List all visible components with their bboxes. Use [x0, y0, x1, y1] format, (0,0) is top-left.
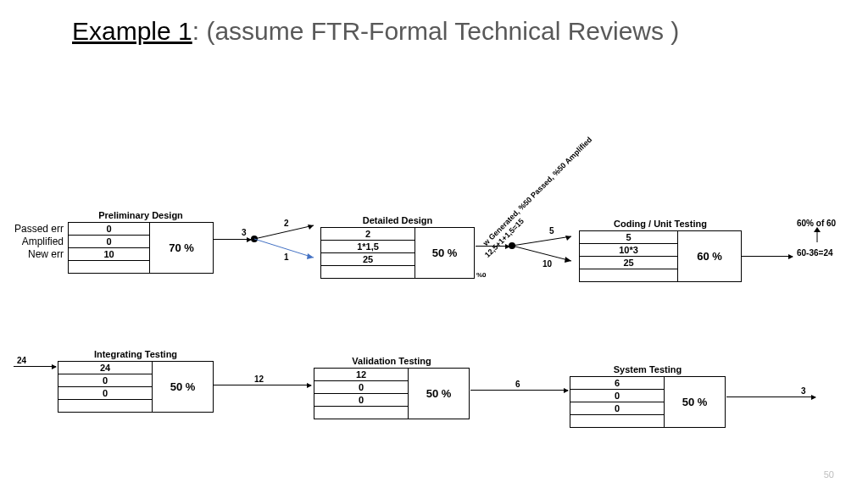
node-preliminary-design: Preliminary Design 0 0 10 70 %: [68, 210, 214, 274]
edge-label: 10: [542, 259, 552, 269]
tiny-label: %0: [476, 271, 487, 279]
split-dot: [251, 236, 258, 242]
arrow-valid-out: [470, 390, 568, 391]
node-system-testing: System Testing 6 0 0 50 %: [570, 364, 726, 428]
arrow-prelim-out: [213, 239, 251, 240]
svg-marker-5: [565, 236, 571, 241]
node-integrating-testing: Integrating Testing 24 0 0 50 %: [58, 349, 214, 413]
svg-line-6: [512, 246, 571, 261]
arrow-system-out: [726, 396, 815, 397]
node-coding: Coding / Unit Testing 5 10*3 25 60 %: [579, 219, 742, 282]
edge-label: 1: [284, 252, 289, 262]
page-number: 50: [824, 469, 834, 480]
slide-title: Example 1: (assume FTR-Formal Technical …: [72, 17, 679, 46]
svg-marker-7: [565, 257, 571, 263]
calc-note-2: 60-36=24: [797, 248, 833, 258]
edge-label: 3: [801, 386, 806, 396]
row-labels: Passed err Amplified New err: [0, 223, 64, 261]
edge-label: 3: [242, 228, 247, 237]
edge-label: 5: [549, 226, 554, 236]
edge-label: 2: [284, 219, 289, 228]
arrow-integ-out: [214, 385, 311, 385]
svg-marker-1: [308, 225, 314, 230]
node-detailed-design: Detailed Design 2 1*1,5 25 50 %: [320, 215, 475, 279]
arrow-coding-out: [742, 256, 793, 257]
svg-marker-3: [307, 253, 314, 259]
node-validation-testing: Validation Testing 12 0 0 50 %: [314, 356, 470, 419]
edge-label: 12: [254, 374, 264, 384]
svg-line-4: [512, 236, 571, 246]
edge-label: 6: [515, 380, 520, 389]
arrow-detailed-out: [476, 246, 509, 247]
arrow-integ-in: [14, 366, 56, 367]
calc-note-1: 60% of 60: [797, 219, 836, 228]
edge-label: 24: [17, 356, 26, 365]
rotated-note-1: w Generated, %50 Passed, %50 Amplified: [481, 136, 593, 247]
